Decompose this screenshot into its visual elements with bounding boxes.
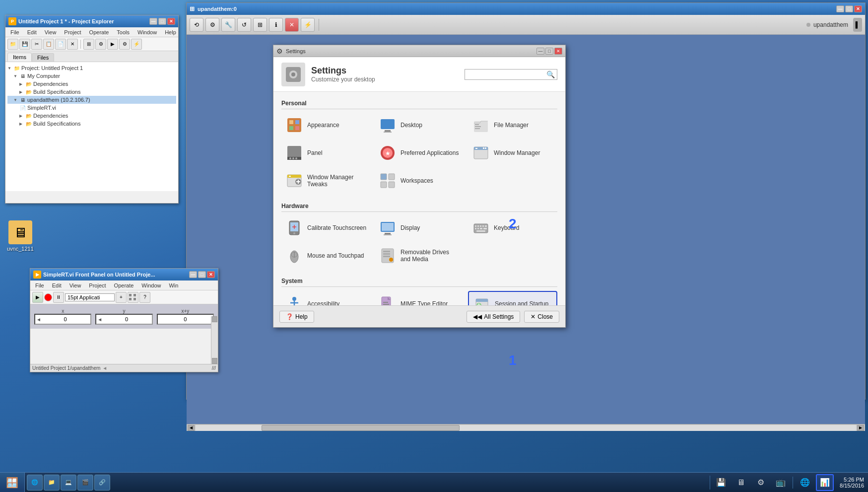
simplert-pause-btn[interactable]: ⏸: [53, 292, 64, 303]
scroll-left-btn[interactable]: ◀: [188, 425, 195, 431]
settings-item-filemanager[interactable]: File Manager: [468, 113, 557, 137]
pe-maximize-btn[interactable]: □: [158, 18, 166, 25]
tree-item-project[interactable]: ▼ 📁 Project: Untitled Project 1: [7, 64, 176, 72]
toolbar-btn-info[interactable]: ℹ: [269, 18, 283, 32]
taskbar-item-network[interactable]: 🔗: [94, 475, 110, 491]
taskbar-item-files[interactable]: 📁: [44, 475, 60, 491]
simplert-menu-win[interactable]: Win: [166, 282, 181, 288]
simplert-run-btn[interactable]: ▶: [32, 292, 43, 303]
settings-maximize-btn[interactable]: □: [545, 48, 553, 55]
simplert-maximize-btn[interactable]: □: [198, 271, 206, 278]
field-x-control[interactable]: ◄ 0: [34, 314, 91, 325]
toolbar-btn-wrench[interactable]: 🔧: [221, 18, 235, 32]
main-app-hscrollbar[interactable]: ◀ ▶: [187, 424, 865, 431]
scrollbar-track[interactable]: [196, 425, 856, 431]
pe-toolbar-btn-1[interactable]: 📁: [7, 39, 18, 50]
pe-toolbar-btn-11[interactable]: ⚡: [131, 39, 142, 50]
simplert-menu-window[interactable]: Window: [138, 282, 164, 288]
pe-tab-items[interactable]: Items: [7, 53, 32, 62]
tree-item-remote[interactable]: ▼ 🖥 upandatthem (10.2.106.7): [7, 96, 176, 104]
settings-item-mouse[interactable]: Mouse and Touchpad: [281, 244, 371, 268]
pe-toolbar-btn-6[interactable]: ✕: [67, 39, 78, 50]
settings-item-workspaces[interactable]: Workspaces: [375, 169, 464, 193]
tray-icon-settings[interactable]: ⚙: [752, 474, 770, 491]
tray-icon-display[interactable]: 📺: [772, 474, 790, 491]
tree-item-deps1[interactable]: ▶ 📂 Dependencies: [7, 80, 176, 88]
simplert-scroll-up[interactable]: [212, 316, 217, 322]
pe-menu-file[interactable]: File: [7, 29, 22, 35]
settings-item-preferred[interactable]: ★ Preferred Applications: [375, 141, 464, 165]
simplert-menu-project[interactable]: Project: [86, 282, 109, 288]
tray-icon-network[interactable]: 🌐: [796, 474, 814, 491]
toolbar-btn-refresh[interactable]: ↺: [237, 18, 251, 32]
main-app-maximize-btn[interactable]: □: [845, 5, 853, 12]
pe-toolbar-btn-3[interactable]: ✂: [31, 39, 42, 50]
settings-all-settings-btn[interactable]: ◀◀ All Settings: [467, 311, 520, 323]
simplert-menu-file[interactable]: File: [32, 282, 47, 288]
taskbar-item-media[interactable]: 🎬: [77, 475, 93, 491]
simplert-zoom-select[interactable]: 15pt Applicati: [65, 293, 115, 301]
settings-item-appearance[interactable]: Appearance: [281, 113, 371, 137]
settings-item-accessibility[interactable]: Accessibility: [281, 291, 371, 305]
settings-help-btn[interactable]: ❓ Help: [279, 311, 314, 323]
pe-close-btn[interactable]: ✕: [167, 18, 175, 25]
field-x-decrement[interactable]: ◄: [36, 317, 41, 322]
settings-item-desktop[interactable]: Desktop: [375, 113, 464, 137]
simplert-menu-edit[interactable]: Edit: [49, 282, 65, 288]
simplert-help-btn[interactable]: ?: [139, 292, 150, 303]
settings-close-footer-btn[interactable]: ✕ Close: [524, 311, 559, 323]
tree-item-mycomputer[interactable]: ▼ 🖥 My Computer: [7, 72, 176, 80]
simplert-minimize-btn[interactable]: —: [189, 271, 197, 278]
settings-search-area[interactable]: 🔍: [465, 69, 557, 80]
pe-toolbar-btn-2[interactable]: 💾: [19, 39, 30, 50]
pe-menu-window[interactable]: Window: [134, 29, 160, 35]
pe-menu-view[interactable]: View: [42, 29, 60, 35]
settings-item-touch[interactable]: Calibrate Touchscreen: [281, 216, 371, 240]
settings-item-winmanager[interactable]: Window Manager: [468, 141, 557, 165]
toolbar-btn-bolt[interactable]: ⚡: [301, 18, 315, 32]
settings-item-display[interactable]: Display: [375, 216, 464, 240]
toolbar-btn-gear[interactable]: ⚙: [205, 18, 219, 32]
settings-item-mime[interactable]: MIME Type Editor: [375, 291, 464, 305]
taskbar-start-btn[interactable]: 🪟: [0, 473, 25, 492]
tree-item-build1[interactable]: ▶ 📂 Build Specifications: [7, 88, 176, 96]
scroll-right-btn[interactable]: ▶: [857, 425, 864, 431]
tray-icon-screen[interactable]: 🖥: [732, 474, 750, 491]
tree-item-build2[interactable]: ▶ 📂 Build Specifications: [7, 120, 176, 128]
pe-toolbar-btn-5[interactable]: 📄: [55, 39, 66, 50]
settings-item-wmtweaks[interactable]: Window Manager Tweaks: [281, 169, 371, 193]
simplert-menu-operate[interactable]: Operate: [111, 282, 137, 288]
pe-toolbar-btn-10[interactable]: ⚙: [119, 39, 130, 50]
taskbar-item-browser[interactable]: 🌐: [27, 475, 43, 491]
pe-toolbar-btn-7[interactable]: ⊞: [83, 39, 94, 50]
toolbar-btn-panel[interactable]: ▌: [853, 18, 862, 32]
simplert-stop-btn[interactable]: [44, 293, 52, 301]
settings-search-input[interactable]: [467, 71, 546, 78]
pe-toolbar-btn-8[interactable]: ⚙: [95, 39, 106, 50]
simplert-menu-view[interactable]: View: [67, 282, 84, 288]
desktop-icon-uvnc[interactable]: 🖥 uvnc_1211: [5, 218, 36, 254]
field-y-decrement[interactable]: ◄: [97, 317, 102, 322]
pe-menu-edit[interactable]: Edit: [24, 29, 40, 35]
pe-menu-operate[interactable]: Operate: [86, 29, 112, 35]
tray-icon-drive[interactable]: 💾: [712, 474, 730, 491]
settings-item-session[interactable]: Session and Startup: [468, 291, 557, 305]
field-y-control[interactable]: ◄ 0: [95, 314, 152, 325]
settings-item-panel[interactable]: Panel: [281, 141, 371, 165]
pe-tab-files[interactable]: Files: [32, 53, 54, 62]
pe-menu-project[interactable]: Project: [61, 29, 84, 35]
simplert-close-btn[interactable]: ✕: [207, 271, 215, 278]
pe-toolbar-btn-9[interactable]: ▶: [107, 39, 118, 50]
pe-toolbar-btn-4[interactable]: 📋: [43, 39, 54, 50]
settings-close-btn[interactable]: ✕: [554, 48, 562, 55]
toolbar-btn-arrow[interactable]: ⟲: [190, 18, 203, 32]
settings-item-drives[interactable]: Removable Drives and Media: [375, 244, 464, 268]
simplert-vscroll[interactable]: [211, 316, 218, 364]
toolbar-btn-stop[interactable]: ✕: [285, 18, 299, 32]
pe-minimize-btn[interactable]: —: [149, 18, 157, 25]
tree-item-simplert[interactable]: 📄 SimpleRT.vi: [7, 104, 176, 112]
taskbar-item-terminal[interactable]: 💻: [61, 475, 76, 491]
pe-menu-tools[interactable]: Tools: [114, 29, 133, 35]
settings-minimize-btn[interactable]: —: [536, 48, 544, 55]
search-icon[interactable]: 🔍: [546, 70, 555, 78]
